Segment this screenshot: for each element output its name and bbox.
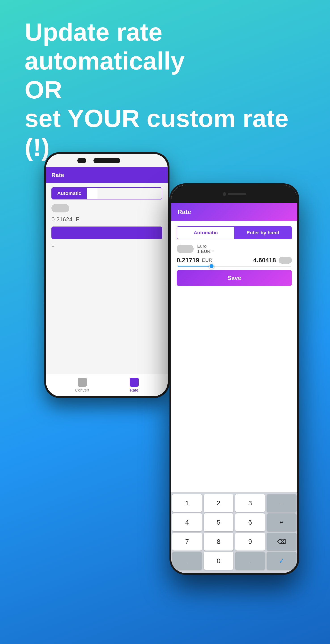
key-5[interactable]: 5 (204, 514, 234, 531)
front-notch-area (171, 185, 297, 203)
key-minus[interactable]: − (267, 494, 296, 512)
hero-section: Update rate automatically OR set YOUR cu… (24, 18, 306, 162)
back-title: Rate (52, 172, 64, 179)
front-speaker (228, 193, 246, 195)
save-button[interactable]: Save (177, 270, 292, 286)
key-6[interactable]: 6 (235, 514, 265, 531)
convert-label: Convert (75, 388, 89, 393)
slider-thumb[interactable] (209, 264, 214, 269)
back-nav-convert[interactable]: Convert (75, 378, 89, 393)
rate-values-row: 0.21719 EUR 4.60418 (177, 257, 292, 264)
back-camera (77, 158, 86, 163)
key-2[interactable]: 2 (204, 494, 234, 512)
phone-front: Rate Automatic Enter by hand Euro 1 EU (170, 183, 299, 575)
keyboard: 1 2 3 − 4 5 6 ↵ 7 8 (171, 492, 297, 573)
key-1[interactable]: 1 (172, 494, 202, 512)
front-screen: Rate Automatic Enter by hand Euro 1 EU (171, 203, 297, 573)
key-4[interactable]: 4 (172, 514, 202, 531)
slider-track (178, 266, 291, 266)
key-7[interactable]: 7 (172, 533, 202, 550)
rate-content: Automatic Enter by hand Euro 1 EUR = 0.2… (171, 221, 297, 286)
back-save-btn[interactable] (52, 226, 162, 239)
back-bottom-nav: Convert Rate (46, 374, 168, 396)
slider-fill (178, 266, 212, 266)
currency-info: Euro 1 EUR = (197, 244, 214, 254)
back-value: 0.21624 E (52, 216, 162, 223)
front-camera-dot (223, 192, 226, 196)
rate-value-right: 4.60418 (215, 257, 276, 264)
key-period[interactable]: . (235, 552, 265, 570)
phones-container: Rate Automatic 0.21624 E U (31, 152, 299, 577)
back-update-text: U (52, 242, 162, 248)
key-9[interactable]: 9 (235, 533, 265, 550)
keyboard-row-2: 4 5 6 ↵ (171, 514, 297, 531)
key-comma[interactable]: , (172, 552, 202, 570)
rate-topbar: Rate (171, 203, 297, 221)
phone-back-inner: Rate Automatic 0.21624 E U (46, 154, 168, 396)
rate-tabs: Automatic Enter by hand (177, 226, 292, 239)
rate-title: Rate (178, 208, 191, 216)
back-nav-rate[interactable]: Rate (130, 378, 138, 393)
rate-toggle-switch[interactable] (177, 245, 194, 253)
back-tabs: Automatic (52, 188, 162, 200)
back-content: Automatic 0.21624 E U (46, 183, 168, 252)
phone-front-inner: Rate Automatic Enter by hand Euro 1 EU (171, 185, 297, 573)
currency-eq: 1 EUR = (197, 249, 214, 254)
tab-enter-by-hand[interactable]: Enter by hand (234, 227, 292, 239)
keyboard-row-3: 7 8 9 ⌫ (171, 533, 297, 550)
rate-icon (130, 378, 138, 386)
back-toggle[interactable] (52, 204, 69, 212)
back-tab-auto[interactable]: Automatic (52, 188, 87, 199)
rate-label: Rate (130, 388, 138, 393)
hero-title: Update rate automatically OR set YOUR cu… (24, 18, 306, 162)
rate-toggle-right[interactable] (278, 257, 292, 264)
convert-icon (78, 378, 87, 386)
key-backspace[interactable]: ⌫ (267, 533, 296, 550)
key-confirm[interactable]: ✓ (267, 552, 296, 570)
key-return[interactable]: ↵ (267, 514, 296, 531)
back-notch (94, 158, 120, 163)
rate-unit: EUR (202, 258, 212, 263)
rate-slider[interactable] (177, 266, 292, 266)
rate-value-left: 0.21719 (177, 257, 199, 264)
rate-info-row: Euro 1 EUR = (177, 244, 292, 254)
back-topbar: Rate (46, 167, 168, 183)
phone-back: Rate Automatic 0.21624 E U (44, 152, 170, 398)
keyboard-row-4: , 0 . ✓ (171, 552, 297, 570)
key-3[interactable]: 3 (235, 494, 265, 512)
currency-name: Euro (197, 244, 214, 249)
back-screen: Rate Automatic 0.21624 E U (46, 167, 168, 396)
key-0[interactable]: 0 (204, 552, 234, 570)
back-tab-manual[interactable] (87, 188, 98, 199)
key-8[interactable]: 8 (204, 533, 234, 550)
tab-automatic[interactable]: Automatic (177, 227, 234, 239)
keyboard-row-1: 1 2 3 − (171, 494, 297, 512)
